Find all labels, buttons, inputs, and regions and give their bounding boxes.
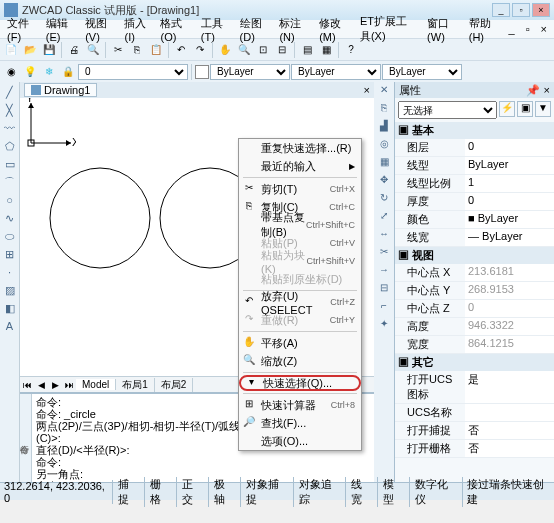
rotate-icon[interactable]: ↻ <box>376 192 392 208</box>
copy-obj-icon[interactable]: ⎘ <box>376 102 392 118</box>
quick-select-icon[interactable]: ⚡ <box>499 101 515 117</box>
ctx-menu-item[interactable]: 最近的输入▶ <box>239 157 361 175</box>
prop-group-header[interactable]: 基本 <box>395 122 554 139</box>
select-objects-icon[interactable]: ▣ <box>517 101 533 117</box>
property-grid[interactable]: 基本图层0线型ByLayer线型比例1厚度0颜色■ ByLayer线宽— ByL… <box>395 122 554 482</box>
status-toggle[interactable]: 对象追踪 <box>294 477 347 507</box>
prop-value[interactable]: 否 <box>465 422 554 439</box>
prop-value[interactable]: 0 <box>465 300 554 317</box>
design-center-icon[interactable]: ▦ <box>317 41 335 59</box>
paste-icon[interactable]: 📋 <box>147 41 165 59</box>
prop-row[interactable]: 宽度864.1215 <box>395 336 554 354</box>
pline-icon[interactable]: 〰 <box>2 120 18 136</box>
status-toggle[interactable]: 极轴 <box>209 477 241 507</box>
tab-nav-button[interactable]: ⏮ <box>20 380 34 390</box>
menu-item[interactable]: 绘图(D) <box>235 15 274 44</box>
cmd-grip[interactable]: 命令行 <box>20 394 32 482</box>
prop-value[interactable] <box>465 404 554 421</box>
menu-item[interactable]: 文件(F) <box>2 15 40 44</box>
erase-icon[interactable]: ✕ <box>376 84 392 100</box>
ctx-menu-item[interactable]: 🔎查找(F)... <box>239 414 361 432</box>
menu-item[interactable]: 窗口(W) <box>422 15 463 44</box>
status-toggle[interactable]: 捕捉 <box>113 477 145 507</box>
bulb-icon[interactable]: 💡 <box>21 63 39 81</box>
ctx-menu-item[interactable]: ✋平移(A) <box>239 334 361 352</box>
circle-icon[interactable]: ○ <box>2 192 18 208</box>
zoom-prev-icon[interactable]: ⊟ <box>273 41 291 59</box>
move-icon[interactable]: ✥ <box>376 174 392 190</box>
point-icon[interactable]: · <box>2 264 18 280</box>
prop-value[interactable]: 864.1215 <box>465 336 554 353</box>
restore-button[interactable]: ▫ <box>512 3 530 17</box>
menu-item[interactable]: 标注(N) <box>274 15 313 44</box>
polygon-icon[interactable]: ⬠ <box>2 138 18 154</box>
menu-item[interactable]: 格式(O) <box>155 15 194 44</box>
menu-item[interactable]: 编辑(E) <box>41 15 79 44</box>
line-icon[interactable]: ╱ <box>2 84 18 100</box>
spline-icon[interactable]: ∿ <box>2 210 18 226</box>
layer-combo[interactable]: 0 <box>78 64 188 80</box>
lineweight-combo[interactable]: ByLayer <box>382 64 462 80</box>
ctx-menu-item[interactable]: ⊞快速计算器Ctrl+8 <box>239 396 361 414</box>
prop-row[interactable]: 颜色■ ByLayer <box>395 211 554 229</box>
fillet-icon[interactable]: ⌐ <box>376 300 392 316</box>
break-icon[interactable]: ⊟ <box>376 282 392 298</box>
prop-value[interactable]: ByLayer <box>465 157 554 174</box>
hatch-icon[interactable]: ▨ <box>2 282 18 298</box>
scale-icon[interactable]: ⤢ <box>376 210 392 226</box>
linetype-combo[interactable]: ByLayer <box>291 64 381 80</box>
color-swatch[interactable] <box>195 65 209 79</box>
doc-win-button[interactable]: _ <box>504 22 520 36</box>
print-icon[interactable]: 🖨 <box>65 41 83 59</box>
undo-icon[interactable]: ↶ <box>172 41 190 59</box>
prop-row[interactable]: 线宽— ByLayer <box>395 229 554 247</box>
doc-close-icon[interactable]: × <box>364 84 370 96</box>
rect-icon[interactable]: ▭ <box>2 156 18 172</box>
tab-nav-button[interactable]: ⏭ <box>62 380 76 390</box>
prop-row[interactable]: 中心点 Z0 <box>395 300 554 318</box>
xline-icon[interactable]: ╳ <box>2 102 18 118</box>
tab-nav-button[interactable]: ◀ <box>34 380 48 390</box>
doc-tab[interactable]: Drawing1 <box>24 83 97 97</box>
prop-row[interactable]: 厚度0 <box>395 193 554 211</box>
prop-row[interactable]: 图层0 <box>395 139 554 157</box>
menu-item[interactable]: 插入(I) <box>119 15 154 44</box>
help-icon[interactable]: ? <box>342 41 360 59</box>
status-toggle[interactable]: 模型 <box>378 477 410 507</box>
menu-item[interactable]: 视图(V) <box>80 15 118 44</box>
toggle-pickadd-icon[interactable]: ▼ <box>535 101 551 117</box>
text-icon[interactable]: A <box>2 318 18 334</box>
zoom-window-icon[interactable]: ⊡ <box>254 41 272 59</box>
prop-group-header[interactable]: 其它 <box>395 354 554 371</box>
trim-icon[interactable]: ✂ <box>376 246 392 262</box>
prop-row[interactable]: 打开栅格否 <box>395 440 554 458</box>
prop-value[interactable]: 0 <box>465 193 554 210</box>
ctx-menu-item[interactable]: 重复快速选择...(R) <box>239 139 361 157</box>
ctx-menu-item[interactable]: 带基点复制(B)Ctrl+Shift+C <box>239 216 361 234</box>
status-toggle[interactable]: 栅格 <box>145 477 177 507</box>
prop-row[interactable]: 打开UCS图标是 <box>395 371 554 404</box>
menu-item[interactable]: 工具(T) <box>196 15 234 44</box>
cut-icon[interactable]: ✂ <box>109 41 127 59</box>
zoom-icon[interactable]: 🔍 <box>235 41 253 59</box>
prop-row[interactable]: 线型比例1 <box>395 175 554 193</box>
new-icon[interactable]: 📄 <box>2 41 20 59</box>
prop-value[interactable]: 是 <box>465 371 554 403</box>
prop-value[interactable]: — ByLayer <box>465 229 554 246</box>
ctx-menu-item[interactable]: ✂剪切(T)Ctrl+X <box>239 180 361 198</box>
prop-value[interactable]: 1 <box>465 175 554 192</box>
selection-combo[interactable]: 无选择 <box>398 101 497 119</box>
doc-win-button[interactable]: × <box>536 22 552 36</box>
layout-tab[interactable]: 布局1 <box>116 378 155 392</box>
prop-row[interactable]: UCS名称 <box>395 404 554 422</box>
menu-item[interactable]: 帮助(H) <box>464 15 503 44</box>
redo-icon[interactable]: ↷ <box>191 41 209 59</box>
layer-icon[interactable]: ◉ <box>2 63 20 81</box>
block-icon[interactable]: ⊞ <box>2 246 18 262</box>
status-toggle[interactable]: 正交 <box>177 477 209 507</box>
prop-row[interactable]: 线型ByLayer <box>395 157 554 175</box>
color-combo[interactable]: ByLayer <box>210 64 290 80</box>
doc-win-button[interactable]: ▫ <box>521 22 535 36</box>
preview-icon[interactable]: 🔍 <box>84 41 102 59</box>
panel-pin-icon[interactable]: 📌 <box>526 84 540 97</box>
